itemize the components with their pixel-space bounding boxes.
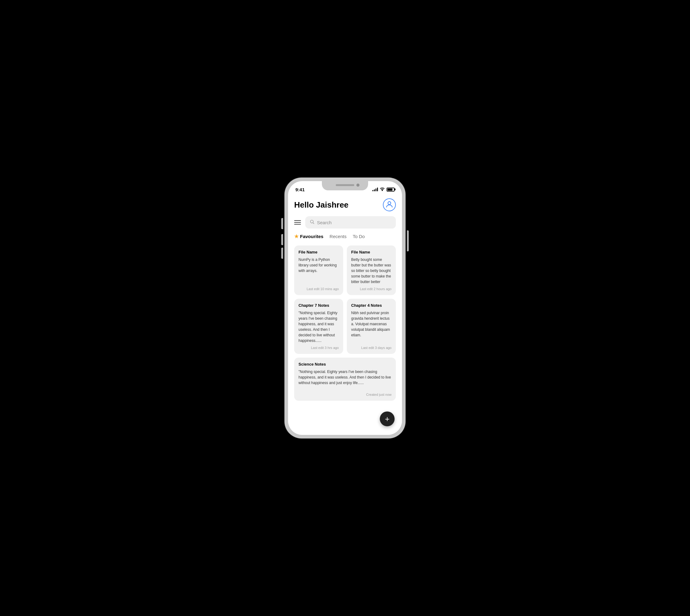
- note-body-5: "Nothing special. Eighty years I've been…: [299, 369, 391, 386]
- avatar-button[interactable]: [383, 198, 396, 211]
- star-icon: ★: [294, 234, 299, 239]
- header: Hello Jaishree: [294, 195, 396, 216]
- wifi-icon: [380, 187, 385, 192]
- menu-button[interactable]: [294, 220, 301, 224]
- note-body-4: Nibh sed pulvinar proin gravida hendreri…: [351, 310, 391, 338]
- menu-line-3: [294, 224, 301, 224]
- search-icon: [309, 219, 315, 225]
- tab-todo-label: To Do: [353, 234, 365, 239]
- tab-todo[interactable]: To Do: [353, 234, 365, 240]
- note-footer-3: Last edit 3 hrs ago: [299, 346, 339, 350]
- speaker: [336, 184, 354, 186]
- phone-frame: 9:41: [285, 178, 405, 438]
- add-note-button[interactable]: +: [380, 412, 394, 426]
- menu-line-2: [294, 222, 301, 223]
- note-title-4: Chapter 4 Notes: [351, 303, 391, 308]
- note-title-5: Science Notes: [299, 362, 391, 367]
- phone-screen: 9:41: [288, 181, 402, 435]
- note-card-3[interactable]: Chapter 7 Notes "Nothing special. Eighty…: [294, 299, 343, 354]
- search-row: Search: [294, 216, 396, 228]
- svg-point-2: [310, 220, 313, 223]
- svg-point-0: [382, 190, 383, 191]
- search-bar[interactable]: Search: [305, 216, 396, 228]
- note-title-1: File Name: [299, 250, 339, 255]
- note-title-3: Chapter 7 Notes: [299, 303, 339, 308]
- note-body-1: NumPy is a Python library used for worki…: [299, 257, 339, 273]
- camera: [357, 183, 360, 186]
- signal-icon: [372, 188, 378, 191]
- notes-grid: File Name NumPy is a Python library used…: [294, 245, 396, 401]
- note-footer-5: Created just now: [299, 393, 391, 396]
- menu-line-1: [294, 220, 301, 221]
- app-content: Hello Jaishree: [288, 195, 402, 435]
- tab-favourites[interactable]: ★ Favourites: [294, 234, 323, 240]
- note-card-5[interactable]: Science Notes "Nothing special. Eighty y…: [294, 358, 396, 401]
- svg-point-1: [388, 201, 391, 204]
- battery-icon: [387, 188, 394, 192]
- greeting-title: Hello Jaishree: [294, 200, 348, 210]
- note-footer-2: Last edit 2 hours ago: [351, 287, 391, 291]
- tab-recents[interactable]: Recents: [330, 234, 347, 240]
- svg-line-3: [313, 223, 314, 224]
- note-card-1[interactable]: File Name NumPy is a Python library used…: [294, 245, 343, 295]
- note-footer-4: Last edit 3 days ago: [351, 346, 391, 350]
- tab-recents-label: Recents: [330, 234, 347, 239]
- note-body-3: "Nothing special. Eighty years I've been…: [299, 310, 339, 344]
- note-footer-1: Last edit 10 mins ago: [299, 287, 339, 291]
- user-icon: [385, 200, 394, 210]
- tabs: ★ Favourites Recents To Do: [294, 234, 396, 240]
- notch: [322, 181, 368, 190]
- status-time: 9:41: [296, 187, 305, 192]
- note-card-4[interactable]: Chapter 4 Notes Nibh sed pulvinar proin …: [347, 299, 396, 354]
- note-card-2[interactable]: File Name Betty bought some butter but t…: [347, 245, 396, 295]
- note-title-2: File Name: [351, 250, 391, 255]
- note-body-2: Betty bought some butter but the butter …: [351, 257, 391, 285]
- plus-icon: +: [385, 415, 389, 423]
- search-placeholder: Search: [317, 220, 332, 225]
- tab-favourites-label: Favourites: [300, 234, 323, 239]
- status-icons: [372, 187, 394, 192]
